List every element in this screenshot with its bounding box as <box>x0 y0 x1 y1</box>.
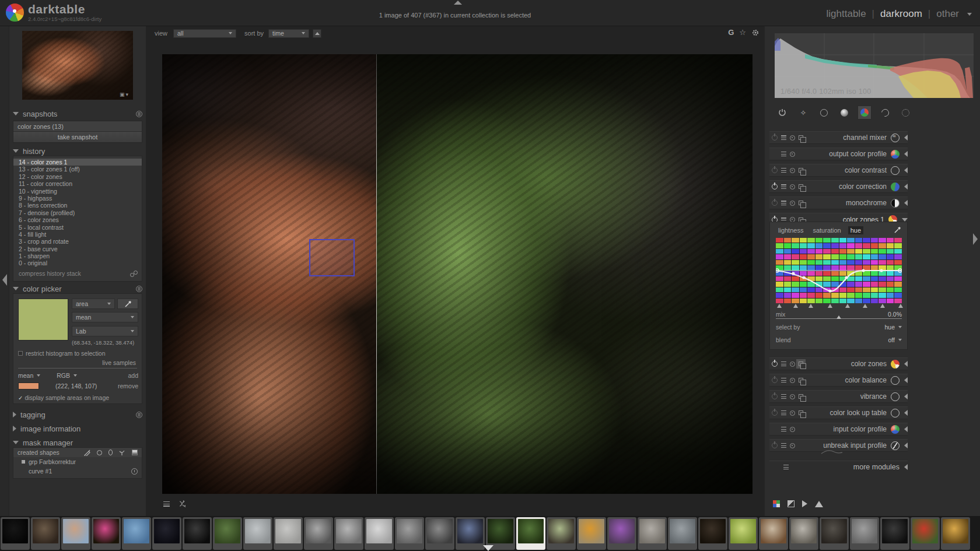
history-item[interactable]: 4 - fill light <box>13 231 142 238</box>
expand-module-arrow[interactable] <box>904 361 908 367</box>
history-item[interactable]: 0 - original <box>13 259 142 266</box>
history-item[interactable]: 7 - denoise (profiled) <box>13 209 142 216</box>
module-presets-icon[interactable] <box>781 410 786 415</box>
gamut-check-icon[interactable] <box>815 501 823 507</box>
module-reset-icon[interactable] <box>790 410 795 416</box>
module-power-icon[interactable] <box>772 135 778 141</box>
filmstrip-thumb[interactable] <box>365 517 394 550</box>
draw-path-icon[interactable] <box>84 450 90 456</box>
view-lighttable[interactable]: lighttable <box>827 8 866 20</box>
mask-group-row[interactable]: grp Farbkorrektur <box>13 457 142 466</box>
module-duplicate-icon[interactable] <box>799 135 803 140</box>
filmstrip-thumb[interactable] <box>395 517 424 550</box>
filmstrip-thumb[interactable] <box>789 517 818 550</box>
module-power-icon[interactable] <box>772 200 778 206</box>
filmstrip-thumb[interactable] <box>183 517 212 550</box>
settings-gear-icon[interactable] <box>751 29 760 37</box>
sample-color-swatch[interactable] <box>18 382 39 389</box>
colorzones-curve[interactable] <box>776 238 902 303</box>
history-item[interactable]: 1 - sharpen <box>13 252 142 259</box>
view-other[interactable]: other <box>936 8 959 20</box>
view-dropdown-icon[interactable] <box>967 13 972 16</box>
sample-space-dropdown[interactable]: RGB <box>57 372 77 379</box>
module-duplicate-icon[interactable] <box>799 184 803 189</box>
top-panel-collapse-arrow[interactable] <box>454 1 462 5</box>
module-presets-icon[interactable] <box>781 184 786 189</box>
module-duplicate-icon[interactable] <box>799 168 803 173</box>
module-reset-icon[interactable] <box>790 443 795 448</box>
module-reset-icon[interactable] <box>790 394 795 399</box>
module-power-icon[interactable] <box>772 394 778 399</box>
filmstrip-thumb[interactable] <box>850 517 879 550</box>
module-vibrance[interactable]: vibrance <box>769 390 908 403</box>
history-item[interactable]: 2 - base curve <box>13 245 142 252</box>
filmstrip-thumb[interactable] <box>759 517 788 550</box>
select-by-row[interactable]: select by hue <box>776 324 902 331</box>
module-presets-icon[interactable] <box>781 152 786 156</box>
module-duplicate-icon[interactable] <box>799 394 803 399</box>
filmstrip[interactable] <box>0 516 980 551</box>
filmstrip-thumb[interactable] <box>425 517 454 550</box>
history-item[interactable]: 11 - color correction <box>13 180 142 187</box>
history-item[interactable]: 10 - vignetting <box>13 188 142 195</box>
history-item[interactable]: 13 - color zones 1 (off) <box>13 166 142 173</box>
module-output-color-profile[interactable]: output color profile <box>769 148 908 160</box>
module-color-look-up-table[interactable]: color look up table <box>769 406 908 419</box>
remove-sample-button[interactable]: remove <box>118 382 138 389</box>
module-presets-icon[interactable] <box>781 135 786 140</box>
expand-module-arrow[interactable] <box>904 443 908 448</box>
draw-circle-icon[interactable] <box>97 450 102 455</box>
filmstrip-thumb[interactable] <box>607 517 636 550</box>
tagging-header[interactable]: tagging <box>13 410 142 419</box>
presets-icon[interactable] <box>136 111 142 117</box>
duplicate-manager-icon[interactable] <box>179 500 187 507</box>
raw-overexposure-icon[interactable] <box>773 500 780 507</box>
collapse-module-arrow[interactable] <box>902 218 908 222</box>
filmstrip-thumb[interactable] <box>274 517 303 550</box>
group-favorites[interactable]: ✧ <box>796 106 810 120</box>
filmstrip-thumb[interactable] <box>122 517 151 550</box>
module-presets-icon[interactable] <box>781 362 786 366</box>
module-power-icon[interactable] <box>772 184 778 189</box>
module-duplicate-icon[interactable] <box>799 378 803 382</box>
group-correction[interactable] <box>878 106 892 120</box>
sort-direction-button[interactable] <box>313 29 321 38</box>
color-picker-header[interactable]: color picker <box>13 284 142 293</box>
expand-module-arrow[interactable] <box>904 394 908 399</box>
compress-icon[interactable] <box>130 271 138 276</box>
filmstrip-thumb[interactable] <box>577 517 606 550</box>
mix-slider-handle[interactable] <box>836 315 841 319</box>
filmstrip-thumb[interactable] <box>638 517 667 550</box>
module-presets-icon[interactable] <box>781 443 786 448</box>
filmstrip-thumb[interactable] <box>152 517 181 550</box>
view-filter-dropdown[interactable]: all <box>173 29 236 38</box>
filmstrip-thumb[interactable] <box>304 517 333 550</box>
history-header[interactable]: history <box>13 146 142 156</box>
expand-module-arrow[interactable] <box>904 135 908 141</box>
picker-space-dropdown[interactable]: Lab <box>72 326 138 336</box>
module-color-zones[interactable]: color zones <box>769 357 908 370</box>
expand-module-arrow[interactable] <box>904 200 908 206</box>
history-item[interactable]: 5 - local contrast <box>13 224 142 231</box>
compress-history-button[interactable]: compress history stack <box>19 270 81 277</box>
module-reset-icon[interactable] <box>790 362 795 367</box>
filmstrip-thumb[interactable] <box>31 517 60 550</box>
module-input-color-profile[interactable]: input color profile <box>769 423 908 436</box>
guides-toggle[interactable]: G <box>728 28 734 37</box>
filmstrip-thumb[interactable] <box>92 517 121 550</box>
filmstrip-thumb[interactable] <box>213 517 242 550</box>
module-channel-mixer[interactable]: channel mixer <box>769 131 908 144</box>
styles-menu-icon[interactable] <box>163 501 170 507</box>
color-picker-area-rect[interactable] <box>309 239 355 276</box>
draw-gradient-icon[interactable] <box>132 450 138 455</box>
checkbox-icon[interactable] <box>18 351 23 356</box>
group-active-modules[interactable] <box>775 106 789 120</box>
history-item[interactable]: 6 - color zones <box>13 216 142 223</box>
overexposure-icon[interactable] <box>788 500 794 507</box>
draw-brush-icon[interactable] <box>119 450 125 456</box>
filmstrip-thumb[interactable] <box>729 517 758 550</box>
module-reset-icon[interactable] <box>790 152 795 157</box>
view-darkroom[interactable]: darkroom <box>880 8 922 20</box>
snapshots-header[interactable]: snapshots <box>13 109 142 118</box>
filmstrip-thumb[interactable] <box>456 517 485 550</box>
